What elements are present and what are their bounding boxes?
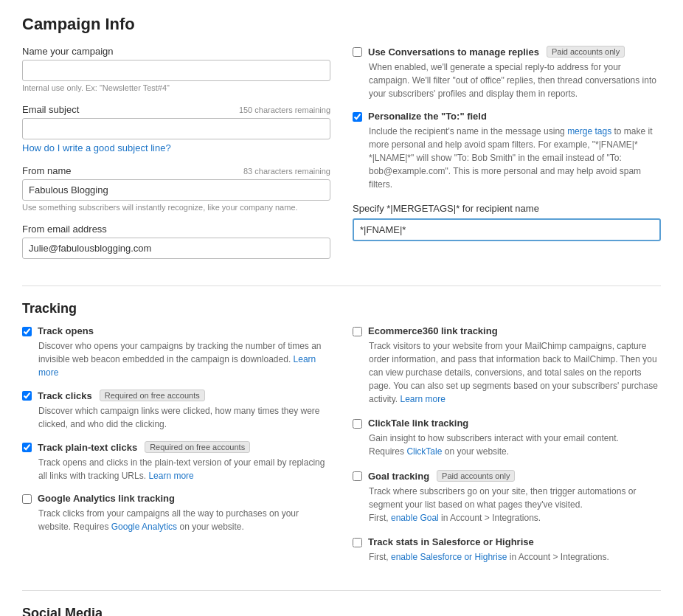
clicktale-checkbox[interactable] xyxy=(353,419,362,429)
email-subject-input[interactable] xyxy=(22,118,330,139)
google-analytics-label: Google Analytics link tracking xyxy=(38,493,175,504)
ecommerce-link[interactable]: Learn more xyxy=(400,394,445,404)
google-analytics-desc: Track clicks from your campaigns all the… xyxy=(38,507,330,533)
personalize-label: Personalize the "To:" field xyxy=(368,111,487,122)
social-media-title: Social Media xyxy=(22,606,661,616)
from-name-note: Use something subscribers will instantly… xyxy=(22,203,330,212)
salesforce-checkbox[interactable] xyxy=(353,538,362,547)
track-opens-checkbox[interactable] xyxy=(22,327,32,336)
goal-tracking-checkbox[interactable] xyxy=(353,471,362,481)
from-name-chars: 83 characters remaining xyxy=(243,167,330,176)
goal-tracking-link[interactable]: enable Goal xyxy=(391,513,439,523)
email-subject-label: Email subject xyxy=(22,104,79,115)
track-opens-desc: Discover who opens your campaigns by tra… xyxy=(38,339,330,379)
google-analytics-link[interactable]: Google Analytics xyxy=(111,522,177,532)
name-note: Internal use only. Ex: "Newsletter Test#… xyxy=(22,83,330,92)
conversations-desc: When enabled, we'll generate a special r… xyxy=(369,60,661,100)
ecommerce-desc: Track visitors to your website from your… xyxy=(369,339,661,406)
track-clicks-label: Track clicks xyxy=(38,390,92,401)
track-plain-label: Track plain-text clicks xyxy=(38,442,137,453)
personalize-checkbox[interactable] xyxy=(353,112,362,122)
from-name-input[interactable] xyxy=(22,179,330,201)
salesforce-link[interactable]: enable Salesforce or Highrise xyxy=(391,552,507,562)
track-opens-label: Track opens xyxy=(38,325,94,336)
track-clicks-checkbox[interactable] xyxy=(22,391,32,401)
from-email-input[interactable] xyxy=(22,238,330,259)
track-clicks-badge: Required on free accounts xyxy=(100,390,205,401)
track-plain-checkbox[interactable] xyxy=(22,443,32,452)
ecommerce-label: Ecommerce360 link tracking xyxy=(368,325,498,336)
clicktale-label: ClickTale link tracking xyxy=(368,418,468,429)
google-analytics-checkbox[interactable] xyxy=(22,494,32,504)
name-label: Name your campaign xyxy=(22,46,114,57)
conversations-label: Use Conversations to manage replies xyxy=(368,46,539,58)
goal-tracking-label: Goal tracking xyxy=(368,471,429,482)
from-name-label: From name xyxy=(22,165,71,176)
campaign-info-title: Campaign Info xyxy=(22,15,661,34)
goal-tracking-badge: Paid accounts only xyxy=(437,470,515,482)
name-input[interactable] xyxy=(22,60,330,81)
ecommerce-checkbox[interactable] xyxy=(353,327,362,336)
specify-label: Specify *|MERGETAGS|* for recipient name xyxy=(353,203,539,214)
subject-line-link[interactable]: How do I write a good subject line? xyxy=(22,142,171,153)
clicktale-desc: Gain insight to how subscribers interact… xyxy=(369,432,661,458)
email-subject-chars: 150 characters remaining xyxy=(239,105,330,114)
track-plain-desc: Track opens and clicks in the plain-text… xyxy=(38,456,330,482)
salesforce-desc: First, enable Salesforce or Highrise in … xyxy=(369,550,661,564)
tracking-title: Tracking xyxy=(22,301,661,316)
salesforce-label: Track stats in Salesforce or Highrise xyxy=(368,536,534,547)
conversations-checkbox[interactable] xyxy=(353,47,362,57)
merge-tags-link[interactable]: merge tags xyxy=(567,126,611,136)
track-clicks-desc: Discover which campaign links were click… xyxy=(38,404,330,431)
personalize-desc: Include the recipient's name in the mess… xyxy=(369,125,661,191)
track-plain-link[interactable]: Learn more xyxy=(148,471,193,481)
mergetags-input[interactable] xyxy=(353,218,661,241)
goal-tracking-desc: Track where subscribers go on your site,… xyxy=(369,485,661,525)
from-email-label: From email address xyxy=(22,224,107,235)
clicktale-link[interactable]: ClickTale xyxy=(406,446,442,457)
track-plain-badge: Required on free accounts xyxy=(145,441,250,453)
conversations-badge: Paid accounts only xyxy=(547,46,625,58)
